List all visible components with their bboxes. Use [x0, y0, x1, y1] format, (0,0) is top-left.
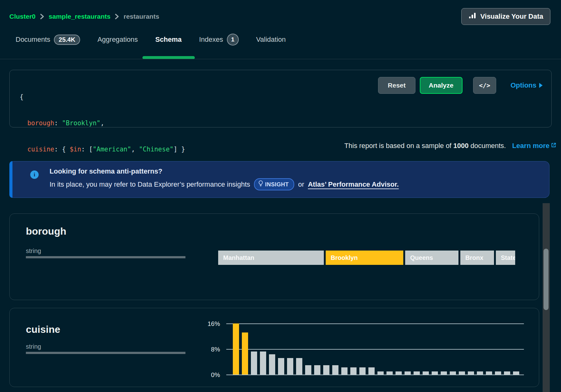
tab-aggregations[interactable]: Aggregations	[98, 34, 138, 45]
field-name: cuisine	[26, 324, 60, 335]
cuisine-bar[interactable]	[287, 358, 293, 375]
documents-count-badge: 25.4K	[54, 35, 80, 45]
cuisine-bar[interactable]	[323, 365, 329, 375]
analyze-button[interactable]: Analyze	[420, 77, 463, 94]
tab-documents[interactable]: Documents 25.4K	[16, 34, 80, 45]
borough-segment-label: Manhattan	[223, 254, 254, 261]
learn-more-link[interactable]: Learn more	[512, 142, 557, 150]
insight-badge-label: INSIGHT	[265, 179, 289, 190]
cuisine-bar[interactable]	[504, 371, 510, 375]
cuisine-bar[interactable]	[495, 371, 501, 375]
code-token: {	[20, 93, 23, 101]
borough-segment[interactable]: Staten Island	[496, 251, 515, 265]
cuisine-bar[interactable]	[423, 371, 429, 375]
borough-segment[interactable]: Manhattan	[218, 251, 324, 265]
tabs-divider	[0, 59, 561, 59]
type-distribution-bar[interactable]	[26, 256, 185, 258]
code-token: :	[54, 119, 62, 127]
y-axis-tick: 0%	[190, 370, 220, 379]
cuisine-bar[interactable]	[278, 358, 284, 375]
cuisine-bar[interactable]	[459, 371, 465, 375]
borough-segment[interactable]: Bronx	[460, 251, 494, 265]
cuisine-bar[interactable]	[486, 371, 492, 375]
cuisine-bar[interactable]	[405, 371, 411, 375]
bar-chart-icon	[468, 12, 477, 22]
cuisine-bar[interactable]	[296, 358, 302, 375]
code-token: {	[62, 146, 70, 153]
cuisine-bar[interactable]	[414, 371, 420, 375]
cuisine-bar[interactable]	[260, 351, 266, 375]
tab-indexes[interactable]: Indexes 1	[199, 34, 239, 45]
cuisine-bar[interactable]	[477, 371, 483, 375]
reset-button[interactable]: Reset	[378, 77, 415, 94]
learn-more-label: Learn more	[512, 142, 549, 150]
visualize-your-data-button[interactable]: Visualize Your Data	[461, 8, 550, 25]
code-toggle-button[interactable]: </>	[473, 77, 496, 94]
cuisine-bar[interactable]	[513, 371, 519, 375]
field-type[interactable]: string	[26, 343, 41, 350]
sample-note-text: documents.	[470, 142, 506, 150]
field-name: borough	[26, 226, 66, 237]
tab-validation[interactable]: Validation	[256, 34, 286, 45]
cuisine-bar[interactable]	[441, 371, 447, 375]
cuisine-bar[interactable]	[341, 367, 348, 375]
insight-banner: i Looking for schema anti-patterns? In i…	[9, 161, 549, 198]
cuisine-histogram: 16% 8% 0%	[190, 321, 525, 377]
visualize-button-label: Visualize Your Data	[480, 12, 543, 21]
banner-message-text: In its place, you may refer to Data Expl…	[50, 179, 250, 190]
code-brackets-icon: </>	[479, 82, 490, 89]
borough-segment-label: Brooklyn	[331, 254, 358, 261]
options-link[interactable]: Options	[511, 81, 543, 89]
cuisine-bar[interactable]	[350, 367, 357, 375]
tab-schema[interactable]: Schema	[155, 34, 181, 45]
borough-segment[interactable]: Queens	[405, 251, 458, 265]
type-distribution-bar[interactable]	[26, 352, 185, 354]
tab-documents-label: Documents	[16, 36, 50, 44]
top-bar: Cluster0 sample_restaurants restaurants …	[0, 0, 561, 26]
breadcrumb-cluster[interactable]: Cluster0	[9, 13, 36, 20]
cuisine-bar[interactable]	[432, 371, 438, 375]
sample-note-text: This report is based on a sample of	[344, 142, 452, 150]
code-token: ,	[100, 119, 104, 127]
cuisine-bar[interactable]	[450, 371, 456, 375]
banner-title: Looking for schema anti-patterns?	[50, 166, 399, 176]
cuisine-bars	[233, 323, 526, 375]
borough-segment-label: Queens	[410, 254, 433, 261]
cuisine-bar[interactable]	[314, 365, 320, 375]
code-token: "Chinese"	[139, 146, 174, 153]
cuisine-bar[interactable]	[396, 371, 402, 375]
cuisine-bar[interactable]	[368, 367, 375, 375]
chevron-right-icon	[115, 13, 119, 20]
code-token: cuisine	[27, 146, 54, 153]
borough-values: ManhattanBrooklynQueensBronxStaten Islan…	[218, 251, 515, 265]
cuisine-bar[interactable]	[332, 365, 338, 375]
options-label: Options	[511, 81, 536, 89]
cuisine-bar[interactable]	[305, 365, 311, 375]
scrollbar-track[interactable]	[543, 203, 550, 392]
cuisine-bar[interactable]	[359, 367, 366, 375]
breadcrumb-database[interactable]: sample_restaurants	[49, 13, 110, 20]
field-card-borough: borough string ManhattanBrooklynQueensBr…	[9, 213, 539, 300]
cuisine-bar[interactable]	[386, 371, 393, 375]
code-token: [	[89, 146, 93, 153]
cuisine-bar[interactable]	[269, 354, 275, 375]
tab-validation-label: Validation	[256, 36, 286, 44]
code-token: borough	[27, 119, 54, 127]
scrollbar-thumb[interactable]	[544, 249, 549, 310]
field-type[interactable]: string	[26, 247, 41, 255]
banner-accent-stripe	[9, 161, 12, 198]
cuisine-bar[interactable]	[377, 371, 384, 375]
insight-badge[interactable]: INSIGHT	[254, 178, 295, 190]
cuisine-bar[interactable]	[233, 323, 239, 375]
banner-message: In its place, you may refer to Data Expl…	[50, 178, 399, 190]
schema-page: Cluster0 sample_restaurants restaurants …	[0, 0, 561, 392]
borough-segment[interactable]: Brooklyn	[326, 251, 403, 265]
code-token: "Brooklyn"	[62, 119, 100, 127]
performance-advisor-link[interactable]: Atlas’ Performance Advisor.	[308, 179, 399, 190]
query-bar: { borough: "Brooklyn", cuisine: { $in: […	[9, 70, 552, 127]
cuisine-bar[interactable]	[468, 371, 474, 375]
cuisine-bar[interactable]	[242, 332, 248, 375]
cuisine-bar[interactable]	[251, 351, 257, 375]
code-token: :	[54, 146, 62, 153]
breadcrumb-collection: restaurants	[123, 13, 159, 20]
